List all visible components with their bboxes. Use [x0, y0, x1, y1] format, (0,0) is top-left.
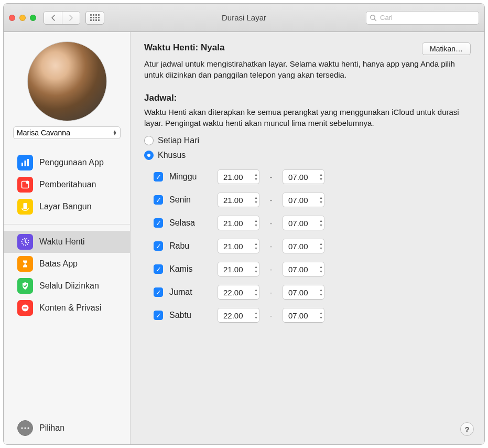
stepper-icon[interactable]: ▲▼: [254, 195, 258, 205]
to-time-field[interactable]: 07.00 ▲▼: [283, 216, 324, 230]
to-time-field[interactable]: 07.00 ▲▼: [283, 285, 324, 300]
close-window-button[interactable]: [9, 15, 15, 21]
sidebar-item[interactable]: Waktu Henti: [4, 231, 130, 253]
sidebar: Marisa Cavanna ▲▼ Penggunaan App Pemberi…: [4, 32, 131, 444]
user-select[interactable]: Marisa Cavanna ▲▼: [13, 126, 121, 139]
chevron-left-icon: [51, 15, 56, 21]
stepper-icon[interactable]: ▲▼: [254, 172, 258, 182]
help-icon: ?: [464, 425, 469, 434]
day-checkbox[interactable]: ✓: [154, 287, 163, 297]
sidebar-item[interactable]: Selalu Diizinkan: [4, 275, 130, 297]
to-time-field[interactable]: 07.00 ▲▼: [283, 169, 324, 184]
from-time-field[interactable]: 21.00 ▲▼: [218, 169, 259, 184]
stepper-icon[interactable]: ▲▼: [319, 287, 323, 297]
time-value: 07.00: [288, 173, 308, 182]
forward-button[interactable]: [62, 12, 80, 24]
day-checkbox[interactable]: ✓: [154, 195, 163, 205]
radio-every-day-label: Setiap Hari: [158, 136, 199, 145]
stepper-icon[interactable]: ▲▼: [319, 218, 323, 228]
sidebar-item-label: Batas App: [39, 259, 78, 269]
day-label: Senin: [169, 195, 211, 205]
stepper-icon[interactable]: ▲▼: [319, 264, 323, 274]
radio-custom[interactable]: Khusus: [144, 151, 471, 160]
radio-custom-label: Khusus: [158, 151, 186, 160]
sidebar-separator: [4, 224, 130, 225]
back-button[interactable]: [44, 12, 62, 24]
to-time-field[interactable]: 07.00 ▲▼: [283, 239, 324, 253]
day-checkbox[interactable]: ✓: [154, 218, 163, 228]
sidebar-item[interactable]: Batas App: [4, 253, 130, 275]
options-label: Pilihan: [39, 423, 64, 433]
day-row: ✓ Kamis 21.00 ▲▼ - 07.00 ▲▼: [144, 258, 471, 281]
from-time-field[interactable]: 21.00 ▲▼: [218, 216, 259, 230]
time-value: 07.00: [288, 288, 308, 297]
minimize-window-button[interactable]: [19, 15, 26, 21]
search-icon: [370, 14, 377, 22]
day-checkbox[interactable]: ✓: [154, 241, 163, 251]
day-checkbox[interactable]: ✓: [154, 311, 163, 320]
always-allowed-icon: [17, 278, 33, 294]
stepper-icon[interactable]: ▲▼: [319, 241, 323, 251]
sidebar-item-label: Konten & Privasi: [39, 303, 101, 313]
time-value: 21.00: [223, 265, 243, 274]
time-value: 21.00: [223, 196, 243, 205]
range-dash: -: [266, 265, 276, 274]
heading-prefix: Waktu Henti:: [144, 42, 201, 52]
from-time-field[interactable]: 22.00 ▲▼: [218, 285, 259, 300]
sidebar-item[interactable]: Pemberitahuan: [4, 174, 130, 196]
day-label: Minggu: [169, 172, 211, 182]
prefpane-window: Durasi Layar Marisa Cavanna ▲▼ Penggunaa…: [3, 3, 485, 445]
stepper-icon[interactable]: ▲▼: [319, 195, 323, 205]
grid-icon: [90, 14, 100, 21]
show-all-button[interactable]: [85, 11, 104, 25]
svg-rect-2: [21, 163, 23, 166]
svg-point-12: [24, 427, 26, 429]
svg-point-11: [21, 427, 23, 429]
app-limits-icon: [17, 256, 33, 272]
radio-every-day[interactable]: Setiap Hari: [144, 136, 471, 145]
time-value: 22.00: [223, 311, 243, 320]
range-dash: -: [266, 196, 276, 205]
radio-on-icon: [144, 151, 154, 160]
time-value: 22.00: [223, 288, 243, 297]
day-label: Selasa: [169, 218, 211, 228]
day-label: Jumat: [169, 287, 211, 297]
content-pane: Waktu Henti: Nyala Matikan… Atur jadwal …: [131, 32, 484, 444]
sidebar-item[interactable]: Konten & Privasi: [4, 297, 130, 319]
day-checkbox[interactable]: ✓: [154, 264, 163, 274]
from-time-field[interactable]: 21.00 ▲▼: [218, 193, 259, 207]
to-time-field[interactable]: 07.00 ▲▼: [283, 262, 324, 276]
day-row: ✓ Senin 21.00 ▲▼ - 07.00 ▲▼: [144, 188, 471, 211]
from-time-field[interactable]: 21.00 ▲▼: [218, 262, 259, 276]
svg-line-1: [374, 19, 376, 20]
time-value: 07.00: [288, 219, 308, 228]
stepper-icon[interactable]: ▲▼: [254, 218, 258, 228]
heading-status: Nyala: [201, 42, 224, 52]
from-time-field[interactable]: 22.00 ▲▼: [218, 308, 259, 323]
search-input[interactable]: [380, 14, 475, 22]
svg-rect-10: [23, 307, 27, 308]
sidebar-item[interactable]: Layar Bangun: [4, 196, 130, 218]
stepper-icon[interactable]: ▲▼: [254, 264, 258, 274]
sidebar-item[interactable]: Penggunaan App: [4, 152, 130, 174]
svg-rect-4: [27, 159, 29, 166]
stepper-icon[interactable]: ▲▼: [319, 311, 323, 320]
stepper-icon[interactable]: ▲▼: [254, 311, 258, 320]
stepper-icon[interactable]: ▲▼: [254, 287, 258, 297]
stepper-icon[interactable]: ▲▼: [254, 241, 258, 251]
help-button[interactable]: ?: [460, 422, 474, 436]
turn-off-button[interactable]: Matikan…: [422, 42, 471, 55]
to-time-field[interactable]: 07.00 ▲▼: [283, 193, 324, 207]
app-usage-icon: [17, 155, 33, 170]
from-time-field[interactable]: 21.00 ▲▼: [218, 239, 259, 253]
day-row: ✓ Minggu 21.00 ▲▼ - 07.00 ▲▼: [144, 165, 471, 188]
svg-point-13: [27, 427, 29, 429]
options-button[interactable]: Pilihan: [4, 415, 130, 444]
stepper-icon[interactable]: ▲▼: [319, 172, 323, 182]
day-checkbox[interactable]: ✓: [154, 172, 163, 182]
sidebar-item-label: Waktu Henti: [39, 237, 85, 247]
day-row: ✓ Jumat 22.00 ▲▼ - 07.00 ▲▼: [144, 281, 471, 304]
zoom-window-button[interactable]: [30, 15, 36, 21]
to-time-field[interactable]: 07.00 ▲▼: [283, 308, 324, 323]
search-field[interactable]: [366, 11, 479, 25]
